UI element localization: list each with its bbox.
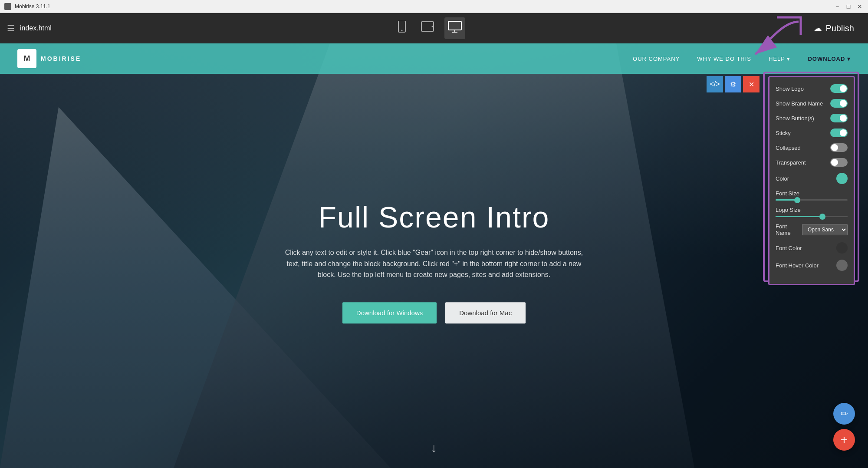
- setting-collapsed-label: Collapsed: [776, 145, 801, 151]
- title-bar-left: Mobirise 3.11.1: [4, 3, 50, 10]
- collapsed-toggle[interactable]: [830, 143, 848, 152]
- hamburger-icon[interactable]: ☰: [7, 23, 15, 33]
- block-delete-button[interactable]: ✕: [743, 76, 760, 92]
- setting-color-label: Color: [776, 175, 789, 182]
- download-mac-button[interactable]: Download for Mac: [445, 302, 526, 323]
- svg-point-1: [401, 30, 402, 31]
- scroll-down-arrow[interactable]: ↓: [431, 441, 437, 455]
- site-logo-text: MOBIRISE: [41, 55, 81, 62]
- download-windows-button[interactable]: Download for Windows: [342, 302, 437, 323]
- font-size-track[interactable]: [776, 199, 848, 201]
- add-icon: +: [841, 433, 848, 447]
- setting-color: Color: [776, 173, 848, 184]
- fab-add-button[interactable]: +: [833, 429, 855, 451]
- setting-font-color: Font Color: [776, 242, 848, 254]
- toolbar-left: ☰ index.html: [7, 23, 52, 33]
- tablet-device-button[interactable]: [418, 18, 437, 39]
- setting-show-buttons: Show Button(s): [776, 114, 848, 122]
- logo-size-fill: [776, 216, 822, 217]
- file-name: index.html: [20, 24, 52, 32]
- show-brand-toggle[interactable]: [830, 99, 848, 108]
- title-bar: Mobirise 3.11.1 − □ ✕: [0, 0, 868, 13]
- settings-panel: Show Logo Show Brand Name Show Button(s)…: [768, 76, 855, 285]
- font-size-label: Font Size: [776, 190, 848, 197]
- svg-rect-4: [448, 21, 461, 30]
- setting-show-buttons-label: Show Button(s): [776, 115, 814, 122]
- setting-font-hover-color: Font Hover Color: [776, 260, 848, 271]
- site-logo: M MOBIRISE: [17, 49, 81, 68]
- fab-edit-button[interactable]: ✏: [833, 403, 855, 425]
- logo-size-thumb[interactable]: [819, 214, 825, 220]
- setting-transparent-label: Transparent: [776, 159, 806, 166]
- hero-content: Full Screen Intro Click any text to edit…: [239, 200, 629, 323]
- show-logo-toggle[interactable]: [830, 84, 848, 93]
- app-toolbar: ☰ index.html: [0, 13, 868, 43]
- logo-size-track[interactable]: [776, 216, 848, 217]
- publish-icon: ☁: [813, 23, 822, 33]
- font-name-container: Font Name Open Sans Roboto Lato Montserr…: [776, 223, 848, 236]
- publish-label: Publish: [825, 23, 854, 33]
- setting-show-brand: Show Brand Name: [776, 99, 848, 108]
- font-size-slider-container: Font Size: [776, 190, 848, 201]
- toolbar-center: [393, 17, 465, 39]
- setting-show-logo: Show Logo: [776, 84, 848, 93]
- sticky-toggle[interactable]: [830, 129, 848, 137]
- hero-buttons: Download for Windows Download for Mac: [239, 302, 629, 323]
- nav-link-help[interactable]: HELP ▾: [769, 56, 790, 62]
- mobile-device-button[interactable]: [393, 17, 411, 39]
- nav-download-button[interactable]: DOWNLOAD ▾: [808, 56, 851, 62]
- font-name-label: Font Name: [776, 223, 802, 236]
- nav-link-company[interactable]: OUR COMPANY: [633, 56, 680, 62]
- font-hover-color-picker[interactable]: [836, 260, 848, 271]
- setting-sticky: Sticky: [776, 129, 848, 137]
- setting-font-color-label: Font Color: [776, 245, 802, 251]
- setting-font-hover-color-label: Font Hover Color: [776, 262, 819, 269]
- logo-size-slider-container: Logo Size: [776, 207, 848, 217]
- color-picker[interactable]: [836, 173, 848, 184]
- app-icon: [4, 3, 11, 10]
- setting-show-brand-label: Show Brand Name: [776, 100, 823, 107]
- site-nav: M MOBIRISE OUR COMPANY WHY WE DO THIS HE…: [0, 43, 868, 74]
- svg-point-3: [431, 26, 433, 27]
- hero-title[interactable]: Full Screen Intro: [239, 200, 629, 234]
- maximize-button[interactable]: □: [845, 3, 852, 10]
- close-button[interactable]: ✕: [856, 3, 864, 10]
- toolbar-right: ☁ Publish: [806, 20, 861, 37]
- font-color-picker[interactable]: [836, 242, 848, 254]
- logo-size-label: Logo Size: [776, 207, 848, 213]
- hero-subtitle[interactable]: Click any text to edit or style it. Clic…: [278, 247, 590, 280]
- setting-sticky-label: Sticky: [776, 130, 791, 136]
- setting-collapsed: Collapsed: [776, 143, 848, 152]
- desktop-device-button[interactable]: [444, 17, 465, 39]
- block-gear-button[interactable]: ⚙: [725, 76, 741, 92]
- app-title: Mobirise 3.11.1: [15, 3, 50, 10]
- website-preview: M MOBIRISE OUR COMPANY WHY WE DO THIS HE…: [0, 43, 868, 468]
- setting-transparent: Transparent: [776, 158, 848, 167]
- site-logo-icon: M: [17, 49, 36, 68]
- transparent-toggle[interactable]: [830, 158, 848, 167]
- block-code-button[interactable]: </>: [707, 76, 723, 92]
- main-area: M MOBIRISE OUR COMPANY WHY WE DO THIS HE…: [0, 43, 868, 468]
- setting-show-logo-label: Show Logo: [776, 86, 804, 92]
- publish-button[interactable]: ☁ Publish: [806, 20, 861, 37]
- font-name-select[interactable]: Open Sans Roboto Lato Montserrat Oswald: [802, 224, 848, 235]
- block-controls: </> ⚙ ✕: [707, 76, 760, 92]
- title-bar-controls: − □ ✕: [833, 3, 864, 10]
- font-size-thumb[interactable]: [794, 197, 800, 203]
- edit-icon: ✏: [841, 409, 848, 419]
- minimize-button[interactable]: −: [833, 3, 841, 10]
- site-nav-links: OUR COMPANY WHY WE DO THIS HELP ▾ DOWNLO…: [633, 56, 851, 62]
- show-buttons-toggle[interactable]: [830, 114, 848, 122]
- nav-link-why[interactable]: WHY WE DO THIS: [697, 56, 751, 62]
